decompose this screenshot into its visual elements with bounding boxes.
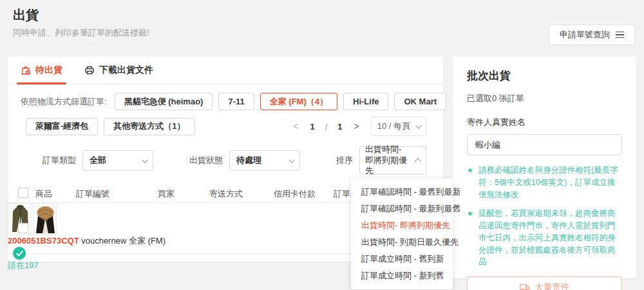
menu-lines-icon	[616, 32, 624, 39]
note-text: 提醒您，若買家逾期未領，超商會將商品退回您寄件門市，寄件人需於貨到門市七日內，出…	[478, 208, 622, 268]
star-bullet-icon: ★	[467, 208, 473, 268]
per-page-value: 10 / 每頁	[377, 121, 410, 132]
truck-icon	[520, 284, 530, 290]
filter-chip-okmart[interactable]: OK Mart	[394, 93, 446, 110]
select-all-checkbox[interactable]	[18, 188, 28, 198]
sort-option-confirm-newest[interactable]: 訂單確認時間 - 最新到最舊	[351, 200, 453, 217]
sort-option-created-oldest[interactable]: 訂單成立時間 - 舊到新	[351, 251, 453, 267]
note-item: ★ 請務必確認姓名與身分證件相符(最長字符：5個中文或10個英文)，訂單成立後便…	[467, 164, 622, 200]
sort-dropdown-menu: 訂單確認時間 - 最舊到最新 訂單確認時間 - 最新到最舊 出貨時間- 即將到期…	[351, 179, 453, 289]
ship-status-label: 出貨狀態	[189, 155, 223, 166]
star-bullet-icon: ★	[467, 164, 473, 200]
order-type-value: 全部	[90, 155, 106, 166]
pagination: < 1 / 1 > 10 / 每頁	[292, 117, 426, 136]
chevron-up-icon	[415, 158, 421, 164]
page-separator: /	[325, 122, 328, 131]
sort-option-ship-expiring-first[interactable]: 出貨時間- 即將到期優先	[351, 217, 453, 234]
sort-option-created-newest[interactable]: 訂單成立時間 - 新到舊	[351, 267, 453, 284]
bulk-ship-label: 大量寄件	[535, 282, 570, 290]
shipping-page: 出貨 同時申請、列印多筆訂單的配送標籤! 申請單號查詢 待出貨 下載出貨文件	[0, 0, 644, 290]
buyer-username: vouchernew	[81, 236, 126, 246]
note-text: 請務必確認姓名與身分證件相符(最長字符：5個中文或10個英文)，訂單成立後便無法…	[478, 164, 622, 200]
total-pages: 1	[337, 122, 342, 131]
bulk-ship-button[interactable]: 大量寄件	[467, 276, 622, 290]
order-type-select[interactable]: 全部	[82, 150, 153, 171]
page-subtitle: 同時申請、列印多筆訂單的配送標籤!	[13, 27, 149, 39]
header-order-no: 訂單編號	[76, 188, 109, 200]
header-product: 商品	[35, 188, 52, 200]
printer-icon	[84, 65, 95, 75]
page-title: 出貨	[13, 6, 39, 24]
sender-name-input[interactable]	[467, 134, 622, 155]
sort-label: 排序	[336, 155, 353, 166]
next-page-button[interactable]: >	[353, 121, 361, 131]
tab-download-label: 下載出貨文件	[99, 64, 153, 76]
header-buyer: 買家	[158, 188, 175, 200]
sort-value: 出貨時間- 即將到期優先	[365, 144, 412, 177]
sort-select[interactable]: 出貨時間- 即將到期優先	[359, 146, 426, 175]
prev-page-button[interactable]: <	[292, 121, 299, 131]
payment-confirmed-check-icon	[13, 247, 26, 260]
header-card-payment: 信用卡付款	[274, 188, 316, 200]
shipping-notes: ★ 請務必確認姓名與身分證件相符(最長字符：5個中文或10個英文)，訂單成立後便…	[467, 164, 622, 268]
filter-chip-family-mart[interactable]: 全家 (FM)（4）	[260, 93, 337, 110]
row-checkbox[interactable]	[18, 223, 28, 233]
logistics-filter-row-1: 依照物流方式篩選訂單: 黑貓宅急便 (heimao) 7-11 全家 (FM)（…	[8, 84, 443, 110]
order-number-link[interactable]: 2006051BS73CQT	[8, 236, 79, 246]
ship-status-value: 待處理	[236, 155, 261, 166]
lookup-button-label: 申請單號查詢	[560, 29, 610, 41]
sort-option-confirm-oldest[interactable]: 訂單確認時間 - 最舊到最新	[351, 184, 453, 200]
filter-chip-hilife[interactable]: Hi-Life	[343, 93, 388, 110]
header-shipping-method: 寄送方式	[209, 188, 243, 200]
tab-pending-shipment[interactable]: 待出貨	[21, 57, 62, 84]
sort-option-ship-latest-due[interactable]: 出貨時間- 到期日最久優先	[351, 234, 453, 251]
logistics-filter-row-2: 萊爾富-經濟包 其他寄送方式（1） < 1 / 1 > 10 / 每頁	[8, 110, 443, 136]
note-item: ★ 提醒您，若買家逾期未領，超商會將商品退回您寄件門市，寄件人需於貨到門市七日內…	[467, 208, 622, 268]
order-type-label: 訂單類型	[43, 155, 76, 166]
order-filter-row: 訂單類型 全部 出貨狀態 待處理 排序 出貨時間- 即將到期優先	[8, 136, 443, 184]
chevron-down-icon	[142, 157, 148, 163]
tab-download-documents[interactable]: 下載出貨文件	[84, 57, 153, 84]
filter-chip-laierfu-economy[interactable]: 萊爾富-經濟包	[26, 118, 98, 135]
ship-status-select[interactable]: 待處理	[229, 150, 300, 171]
tab-pending-label: 待出貨	[35, 64, 62, 76]
logistics-filter-label: 依照物流方式篩選訂單:	[21, 96, 107, 108]
per-page-select[interactable]: 10 / 每頁	[371, 117, 426, 136]
product-image-fur-coat	[33, 203, 57, 235]
sender-name-label: 寄件人真實姓名	[467, 117, 622, 128]
selected-orders-count: 已選取0 張訂單	[467, 93, 622, 104]
batch-shipping-panel: 批次出貨 已選取0 張訂單 寄件人真實姓名 ★ 請務必確認姓名與身分證件相符(最…	[453, 57, 636, 278]
chevron-down-icon	[415, 122, 422, 129]
tracking-lookup-button[interactable]: 申請單號查詢	[549, 24, 635, 45]
tab-bar: 待出貨 下載出貨文件	[8, 57, 443, 84]
filter-chip-711[interactable]: 7-11	[218, 93, 254, 110]
batch-panel-title: 批次出貨	[467, 68, 622, 83]
chevron-down-icon	[289, 157, 295, 163]
current-page: 1	[310, 122, 314, 131]
shipping-method-value: 全家 (FM)	[129, 236, 166, 246]
filter-chip-heimao[interactable]: 黑貓宅急便 (heimao)	[115, 93, 213, 110]
filter-chip-other-shipping[interactable]: 其他寄送方式（1）	[104, 118, 194, 135]
order-status-text: 請在197	[8, 260, 39, 270]
bag-clock-icon	[21, 65, 31, 75]
